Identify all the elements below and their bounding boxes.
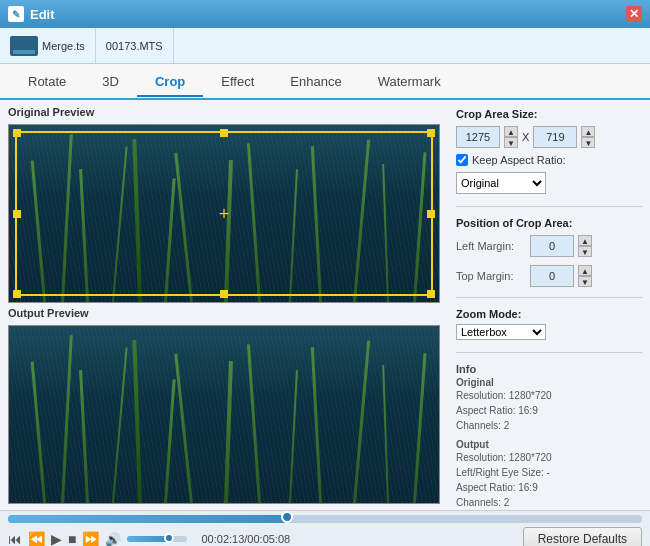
close-window-button[interactable]: ✕ bbox=[626, 6, 642, 22]
crop-handle-tm[interactable] bbox=[220, 129, 228, 137]
left-panel: Original Preview bbox=[0, 100, 448, 510]
left-margin-label: Left Margin: bbox=[456, 240, 526, 252]
tab-enhance[interactable]: Enhance bbox=[272, 68, 359, 97]
playback-section: ⏮ ⏪ ▶ ■ ⏩ 🔊 00:02:13/00:05:08 Restore De… bbox=[0, 510, 650, 546]
top-margin-up[interactable]: ▲ bbox=[578, 265, 592, 276]
crop-width-up[interactable]: ▲ bbox=[504, 126, 518, 137]
file-tab-merge[interactable]: Merge.ts bbox=[0, 28, 96, 63]
crop-handle-br[interactable] bbox=[427, 290, 435, 298]
tab-watermark[interactable]: Watermark bbox=[360, 68, 459, 97]
top-margin-input[interactable] bbox=[530, 265, 574, 287]
progress-bar[interactable] bbox=[8, 515, 642, 523]
tab-rotate[interactable]: Rotate bbox=[10, 68, 84, 97]
crop-handle-bl[interactable] bbox=[13, 290, 21, 298]
stop-button[interactable]: ■ bbox=[68, 531, 76, 546]
info-original-resolution: Resolution: 1280*720 bbox=[456, 388, 642, 403]
volume-bar-fill bbox=[127, 536, 169, 542]
crop-handle-tr[interactable] bbox=[427, 129, 435, 137]
crop-size-x-label: X bbox=[522, 131, 529, 143]
info-output-group: Output Resolution: 1280*720 Left/Right E… bbox=[456, 439, 642, 510]
step-forward-button[interactable]: ⏩ bbox=[82, 531, 99, 546]
info-original-aspect: Aspect Ratio: 16:9 bbox=[456, 403, 642, 418]
progress-bar-fill bbox=[8, 515, 287, 523]
main-content: Original Preview bbox=[0, 100, 650, 510]
file-tab-label-mts: 00173.MTS bbox=[106, 40, 163, 52]
crop-height-down[interactable]: ▼ bbox=[581, 137, 595, 148]
left-margin-down[interactable]: ▼ bbox=[578, 246, 592, 257]
tab-crop[interactable]: Crop bbox=[137, 68, 203, 97]
crop-width-spinner: ▲ ▼ bbox=[504, 126, 518, 148]
crop-height-input[interactable] bbox=[533, 126, 577, 148]
keep-aspect-ratio-label: Keep Aspect Ratio: bbox=[472, 154, 566, 166]
original-preview-canvas bbox=[9, 125, 439, 302]
position-label: Position of Crop Area: bbox=[456, 217, 642, 229]
left-margin-spinner: ▲ ▼ bbox=[578, 235, 592, 257]
original-preview-label: Original Preview bbox=[8, 106, 440, 118]
crop-width-input[interactable] bbox=[456, 126, 500, 148]
info-output-eye-size: Left/Right Eye Size: - bbox=[456, 465, 642, 480]
original-preview bbox=[8, 124, 440, 303]
aspect-select[interactable]: Original 16:9 4:3 1:1 bbox=[456, 172, 546, 194]
file-tabs: Merge.ts 00173.MTS bbox=[0, 28, 650, 64]
divider-3 bbox=[456, 352, 642, 353]
crop-handle-lm[interactable] bbox=[13, 210, 21, 218]
zoom-mode-label: Zoom Mode: bbox=[456, 308, 642, 320]
crop-height-up[interactable]: ▲ bbox=[581, 126, 595, 137]
volume-icon: 🔊 bbox=[105, 532, 121, 547]
crop-handle-rm[interactable] bbox=[427, 210, 435, 218]
progress-thumb[interactable] bbox=[281, 511, 293, 523]
step-back-button[interactable]: ⏪ bbox=[28, 531, 45, 546]
info-output-aspect: Aspect Ratio: 16:9 bbox=[456, 480, 642, 495]
crop-height-spinner: ▲ ▼ bbox=[581, 126, 595, 148]
info-output-label: Output bbox=[456, 439, 642, 450]
crop-width-down[interactable]: ▼ bbox=[504, 137, 518, 148]
restore-defaults-button[interactable]: Restore Defaults bbox=[523, 527, 642, 546]
right-panel: Crop Area Size: ▲ ▼ X ▲ ▼ Keep Aspect Ra… bbox=[448, 100, 650, 510]
divider-2 bbox=[456, 297, 642, 298]
output-preview bbox=[8, 325, 440, 504]
top-margin-label: Top Margin: bbox=[456, 270, 526, 282]
top-margin-spinner: ▲ ▼ bbox=[578, 265, 592, 287]
info-output-resolution: Resolution: 1280*720 bbox=[456, 450, 642, 465]
file-tab-label-merge: Merge.ts bbox=[42, 40, 85, 52]
file-tab-thumb-merge bbox=[10, 36, 38, 56]
top-margin-down[interactable]: ▼ bbox=[578, 276, 592, 287]
title-text: Edit bbox=[30, 7, 55, 22]
output-preview-canvas bbox=[9, 326, 439, 503]
divider-1 bbox=[456, 206, 642, 207]
crop-area-size-row: ▲ ▼ X ▲ ▼ bbox=[456, 126, 642, 148]
file-tab-mts[interactable]: 00173.MTS bbox=[96, 28, 174, 63]
info-original-channels: Channels: 2 bbox=[456, 418, 642, 433]
edit-tabs: Rotate 3D Crop Effect Enhance Watermark bbox=[0, 64, 650, 100]
info-section: Info Original Resolution: 1280*720 Aspec… bbox=[456, 363, 642, 510]
keep-aspect-ratio-checkbox[interactable] bbox=[456, 154, 468, 166]
aspect-dropdown-wrap: Original 16:9 4:3 1:1 bbox=[456, 172, 642, 194]
left-margin-input[interactable] bbox=[530, 235, 574, 257]
tab-3d[interactable]: 3D bbox=[84, 68, 137, 97]
info-section-label: Info bbox=[456, 363, 476, 375]
time-display: 00:02:13/00:05:08 bbox=[201, 533, 290, 545]
app-icon: ✎ bbox=[8, 6, 24, 22]
play-button[interactable]: ▶ bbox=[51, 531, 62, 546]
title-bar: ✎ Edit ✕ bbox=[0, 0, 650, 28]
info-original-label: Original bbox=[456, 377, 642, 388]
tab-effect[interactable]: Effect bbox=[203, 68, 272, 97]
keep-aspect-ratio-row: Keep Aspect Ratio: bbox=[456, 154, 642, 166]
volume-bar[interactable] bbox=[127, 536, 187, 542]
output-preview-label: Output Preview bbox=[8, 307, 440, 319]
skip-back-button[interactable]: ⏮ bbox=[8, 531, 22, 546]
left-margin-up[interactable]: ▲ bbox=[578, 235, 592, 246]
crop-handle-tl[interactable] bbox=[13, 129, 21, 137]
crop-overlay[interactable] bbox=[15, 131, 433, 296]
zoom-mode-select[interactable]: Letterbox Pan&Scan Full bbox=[456, 324, 546, 340]
info-output-channels: Channels: 2 bbox=[456, 495, 642, 510]
top-margin-row: Top Margin: ▲ ▼ bbox=[456, 265, 642, 287]
crop-area-size-label: Crop Area Size: bbox=[456, 108, 642, 120]
left-margin-row: Left Margin: ▲ ▼ bbox=[456, 235, 642, 257]
controls-row: ⏮ ⏪ ▶ ■ ⏩ 🔊 00:02:13/00:05:08 Restore De… bbox=[8, 527, 642, 546]
volume-thumb[interactable] bbox=[164, 533, 174, 543]
